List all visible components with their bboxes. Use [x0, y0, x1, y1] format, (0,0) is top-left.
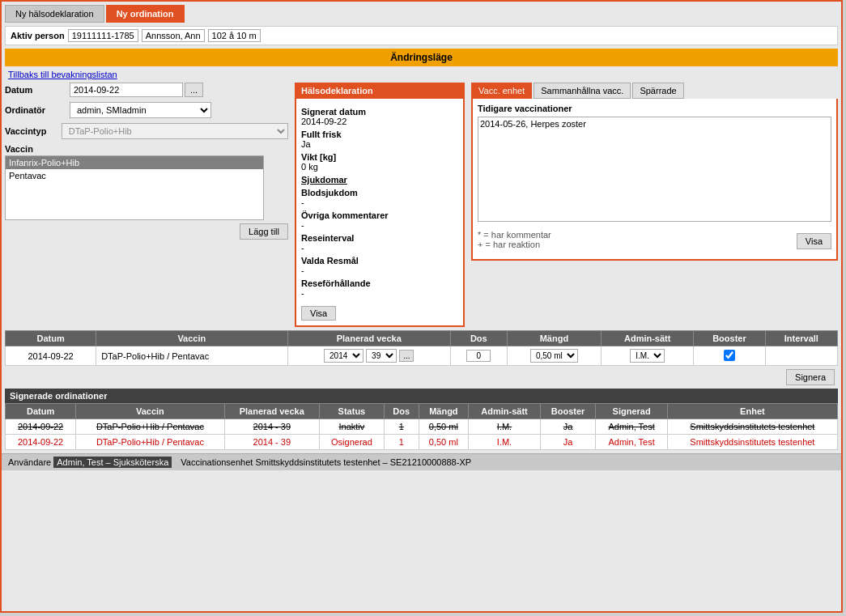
vaccin-item-0[interactable]: Infanrix-Polio+Hib: [6, 156, 263, 169]
sign-date-value: 2014-09-22: [301, 117, 458, 126]
active-person-age: 102 å 10 m: [208, 29, 261, 42]
signed-row0-booster: Ja: [540, 419, 596, 435]
halso-visa-button[interactable]: Visa: [301, 306, 336, 321]
datum-picker-button[interactable]: ...: [185, 83, 203, 97]
vacc-tab-1[interactable]: Sammanhållna vacc.: [534, 83, 631, 99]
signed-th-datum: Datum: [6, 404, 76, 419]
vacc-panel-footer: * = har kommentar + = har reaktion Visa: [478, 225, 831, 249]
vacc-panel-body: Tidigare vaccinationer 2014-05-26, Herpe…: [471, 99, 838, 261]
signed-row0-enhet: Smittskyddsinstitutets testenhet: [667, 419, 837, 435]
ord-th-booster: Booster: [694, 331, 765, 346]
ordinator-label: Ordinatör: [5, 105, 70, 115]
ord-booster-checkbox[interactable]: [724, 350, 735, 361]
signed-row0-vaccin: DTaP-Polio+Hib / Pentavac: [76, 419, 225, 435]
signed-th-vaccin: Vaccin: [76, 404, 225, 419]
active-person-name: Annsson, Ann: [142, 29, 205, 42]
vacc-list-area: 2014-05-26, Herpes zoster: [478, 117, 831, 222]
ord-row-vaccin: DTaP-Polio+Hib / Pentavac: [96, 346, 287, 366]
signera-row: Signera: [8, 369, 835, 385]
vacc-visa-button[interactable]: Visa: [797, 233, 831, 249]
ordination-table-section: Datum Vaccin Planerad vecka Dos Mängd Ad…: [5, 330, 838, 385]
anvandare-label: Användare: [8, 457, 51, 467]
signed-row0-admin: I.M.: [469, 419, 541, 435]
signed-row0-vecka: 2014 - 39: [224, 419, 319, 435]
valda-resmal-value: -: [301, 266, 458, 275]
ovriga-value: -: [301, 220, 458, 230]
ord-th-admin: Admin-sätt: [602, 331, 694, 346]
ord-year-select[interactable]: 2014: [324, 349, 363, 363]
back-link[interactable]: Tillbaks till bevakningslistan: [8, 70, 835, 79]
signed-row1-admin: I.M.: [469, 435, 541, 450]
signed-row-1: 2014-09-22 DTaP-Polio+Hib / Pentavac 201…: [6, 435, 838, 450]
ord-week-select[interactable]: 39: [366, 349, 397, 363]
signed-row0-dos: 1: [385, 419, 419, 435]
ord-row-datum: 2014-09-22: [6, 346, 96, 366]
status-bar: Ändringsläge: [5, 49, 838, 66]
sign-date-label: Signerat datum: [301, 107, 458, 117]
signera-button[interactable]: Signera: [786, 369, 835, 385]
ord-row-mangd: 0,50 ml: [507, 346, 602, 366]
ord-row-booster: [694, 346, 765, 366]
vaccin-list[interactable]: Infanrix-Polio+Hib Pentavac: [5, 155, 264, 220]
vacc-panel: Vacc. enhet Sammanhållna vacc. Spärrade …: [471, 83, 838, 327]
ord-row-dos: [451, 346, 508, 366]
halso-panel: Hälsodeklaration Signerat datum 2014-09-…: [295, 83, 465, 327]
signed-row1-vaccin: DTaP-Polio+Hib / Pentavac: [76, 435, 225, 450]
signed-row0-datum: 2014-09-22: [6, 419, 76, 435]
lagg-till-container: Lägg till: [29, 223, 288, 240]
vacc-tabs: Vacc. enhet Sammanhållna vacc. Spärrade: [471, 83, 838, 99]
reseforh-value: -: [301, 288, 458, 298]
signed-row1-vecka: 2014 - 39: [224, 435, 319, 450]
signed-section: Signerade ordinationer Datum Vaccin Plan…: [5, 389, 838, 450]
reseinterval-label: Reseinterval: [301, 233, 458, 243]
ord-th-mangd: Mängd: [507, 331, 602, 346]
vacc-legend-plus: + = har reaktion: [478, 240, 797, 249]
ord-th-dos: Dos: [451, 331, 508, 346]
signed-row1-datum: 2014-09-22: [6, 435, 76, 450]
valda-resmal-label: Valda Resmål: [301, 256, 458, 266]
vacc-legend: * = har kommentar + = har reaktion: [478, 230, 797, 249]
tabs-bar: Ny hälsodeklaration Ny ordination: [2, 2, 841, 23]
signed-title: Signerade ordinationer: [5, 389, 838, 403]
active-person-label: Aktiv person: [11, 31, 65, 40]
signed-th-dos: Dos: [385, 404, 419, 419]
vacc-panel-title: Tidigare vaccinationer: [478, 104, 831, 113]
tab-ny-halsodeklaration[interactable]: Ny hälsodeklaration: [5, 5, 104, 23]
tab-ny-ordination[interactable]: Ny ordination: [106, 5, 185, 23]
lagg-till-button[interactable]: Lägg till: [240, 223, 288, 240]
reseforh-label: Reseförhållande: [301, 278, 458, 288]
signed-th-mangd: Mängd: [419, 404, 469, 419]
datum-label: Datum: [5, 85, 70, 95]
ord-row-intervall: [765, 346, 837, 366]
signed-th-admin: Admin-sätt: [469, 404, 541, 419]
vikt-value: 0 kg: [301, 162, 458, 172]
vacc-tab-2[interactable]: Spärrade: [632, 83, 683, 99]
active-person-bar: Aktiv person 19111111-1785 Annsson, Ann …: [5, 26, 838, 45]
signed-row0-signerad: Admin, Test: [596, 419, 667, 435]
datum-input[interactable]: [70, 83, 183, 97]
vikt-label: Vikt [kg]: [301, 152, 458, 162]
ord-th-intervall: Intervall: [765, 331, 837, 346]
signed-th-status: Status: [319, 404, 384, 419]
signed-th-signerad: Signerad: [596, 404, 667, 419]
vaccintyp-select[interactable]: DTaP-Polio+Hib: [62, 123, 288, 139]
ord-th-datum: Datum: [6, 331, 96, 346]
ord-th-vaccin: Vaccin: [96, 331, 287, 346]
fullt-frisk-label: Fullt frisk: [301, 130, 458, 139]
vaccin-label: Vaccin: [5, 144, 288, 154]
ord-mangd-select[interactable]: 0,50 ml: [530, 349, 578, 363]
anvandare-value: Admin, Test – Sjuksköterska: [53, 457, 172, 468]
ordinator-select[interactable]: admin, SMIadmin: [70, 102, 211, 118]
ord-week-picker[interactable]: ...: [399, 350, 414, 362]
blodsjukdom-value: -: [301, 198, 458, 207]
active-person-id: 19111111-1785: [68, 29, 138, 42]
signed-th-vecka: Planerad vecka: [224, 404, 319, 419]
ord-row-planvecka: 2014 39 ...: [287, 346, 451, 366]
vacc-tab-0[interactable]: Vacc. enhet: [471, 83, 532, 99]
datum-input-group: ...: [70, 83, 203, 97]
vaccin-item-1[interactable]: Pentavac: [6, 169, 263, 182]
signed-th-booster: Booster: [540, 404, 596, 419]
ord-dos-input[interactable]: [466, 350, 491, 362]
fullt-frisk-value: Ja: [301, 139, 458, 149]
ord-admin-select[interactable]: I.M.: [630, 349, 665, 363]
